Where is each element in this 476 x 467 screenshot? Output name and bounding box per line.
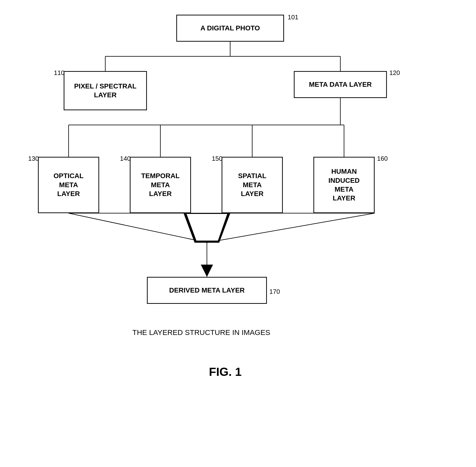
meta-data-box: META DATA LAYER [294,71,387,98]
spatial-meta-id: 150 [212,155,222,162]
diagram-caption: THE LAYERED STRUCTURE IN IMAGES [116,328,287,337]
svg-line-13 [69,213,207,243]
spatial-meta-box: SPATIALMETALAYER [222,157,283,213]
temporal-meta-box: TEMPORALMETALAYER [130,157,191,213]
svg-line-14 [207,213,375,243]
connectors-svg [0,0,476,467]
meta-data-label: META DATA LAYER [309,80,372,89]
optical-meta-label: OPTICALMETALAYER [54,171,84,198]
optical-meta-box: OPTICALMETALAYER [38,157,99,213]
digital-photo-label: A DIGITAL PHOTO [200,24,260,33]
figure-label: FIG. 1 [191,365,260,378]
human-induced-label: HUMANINDUCEDMETALAYER [328,167,360,203]
temporal-meta-label: TEMPORALMETALAYER [141,171,179,198]
digital-photo-box: A DIGITAL PHOTO [176,15,284,42]
svg-marker-17 [184,213,230,243]
pixel-spectral-label: PIXEL / SPECTRALLAYER [74,82,137,100]
diagram-container: A DIGITAL PHOTO 101 PIXEL / SPECTRALLAYE… [0,0,476,467]
spatial-meta-label: SPATIALMETALAYER [238,171,266,198]
derived-meta-label: DERIVED META LAYER [169,286,245,295]
digital-photo-id: 101 [288,13,298,21]
pixel-spectral-box: PIXEL / SPECTRALLAYER [64,71,147,110]
derived-meta-id: 170 [269,288,280,296]
optical-meta-id: 130 [28,155,39,162]
svg-marker-16 [201,265,213,277]
human-induced-id: 160 [377,155,388,162]
human-induced-box: HUMANINDUCEDMETALAYER [313,157,375,213]
svg-marker-18 [187,214,227,241]
derived-meta-box: DERIVED META LAYER [147,277,267,304]
temporal-meta-id: 140 [120,155,130,162]
meta-data-id: 120 [389,69,400,77]
pixel-spectral-id: 110 [54,69,64,77]
